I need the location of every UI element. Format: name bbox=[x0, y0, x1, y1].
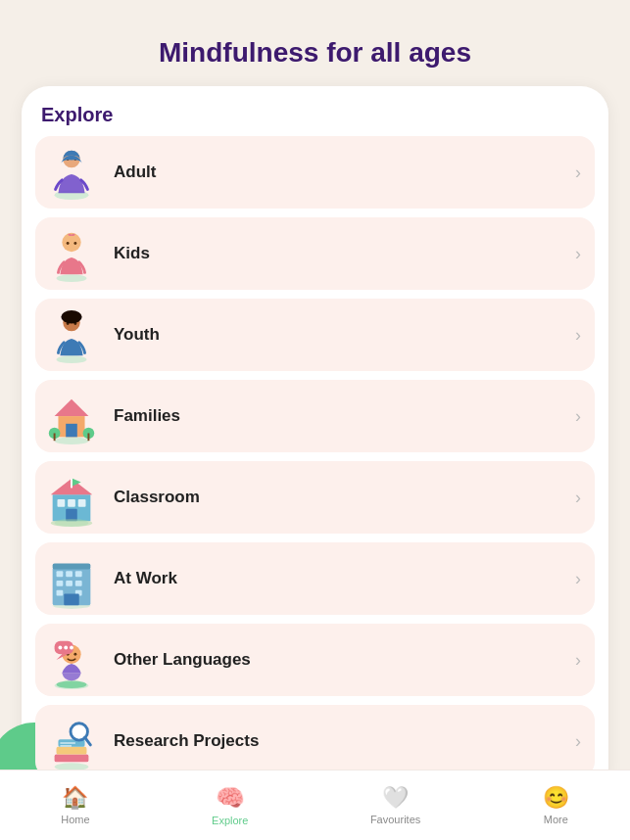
svg-marker-14 bbox=[55, 399, 89, 416]
youth-chevron: › bbox=[575, 325, 581, 346]
kids-chevron: › bbox=[575, 244, 581, 264]
svg-rect-18 bbox=[54, 433, 56, 441]
research-projects-chevron: › bbox=[575, 731, 581, 752]
svg-point-47 bbox=[73, 653, 76, 656]
nav-more-label: More bbox=[544, 814, 568, 825]
svg-point-12 bbox=[61, 310, 81, 324]
at-work-icon bbox=[41, 548, 102, 609]
svg-rect-33 bbox=[57, 571, 64, 577]
svg-rect-27 bbox=[68, 499, 75, 507]
nav-item-more[interactable]: 😊 More bbox=[543, 785, 569, 825]
svg-point-4 bbox=[57, 274, 87, 282]
svg-rect-55 bbox=[57, 747, 87, 755]
nav-item-explore[interactable]: 🧠 Explore bbox=[212, 784, 248, 826]
youth-icon bbox=[41, 304, 102, 365]
svg-rect-28 bbox=[78, 499, 86, 507]
nav-item-favourites[interactable]: 🤍 Favourites bbox=[370, 785, 420, 825]
list-item-at-work[interactable]: At Work › bbox=[35, 542, 595, 615]
svg-rect-42 bbox=[53, 564, 91, 570]
adult-label: Adult bbox=[114, 163, 567, 182]
svg-rect-39 bbox=[57, 590, 64, 596]
svg-rect-36 bbox=[57, 581, 64, 586]
explore-label: Explore bbox=[41, 104, 595, 126]
svg-point-6 bbox=[67, 242, 70, 245]
research-projects-label: Research Projects bbox=[114, 731, 567, 751]
svg-point-44 bbox=[57, 680, 87, 688]
youth-label: Youth bbox=[114, 325, 567, 345]
nav-item-home[interactable]: 🏠 Home bbox=[61, 785, 89, 825]
page-title: Mindfulness for all ages bbox=[0, 0, 630, 86]
kids-icon bbox=[41, 223, 102, 284]
classroom-label: Classroom bbox=[114, 488, 567, 507]
families-chevron: › bbox=[575, 406, 581, 427]
at-work-chevron: › bbox=[575, 569, 581, 589]
svg-rect-54 bbox=[55, 755, 89, 763]
other-languages-icon bbox=[41, 630, 102, 690]
list-item-adult[interactable]: Adult › bbox=[35, 136, 595, 209]
list-item-families[interactable]: Families › bbox=[35, 380, 595, 452]
list-item-youth[interactable]: Youth › bbox=[35, 299, 595, 371]
research-projects-icon bbox=[41, 711, 102, 771]
svg-rect-37 bbox=[66, 581, 73, 586]
svg-rect-38 bbox=[75, 581, 82, 586]
favourites-icon: 🤍 bbox=[382, 785, 409, 811]
svg-point-13 bbox=[55, 437, 89, 444]
adult-icon bbox=[41, 142, 102, 203]
families-icon bbox=[41, 386, 102, 446]
explore-card: Explore Adult › bbox=[22, 86, 608, 796]
list-item-classroom[interactable]: Classroom › bbox=[35, 461, 595, 534]
svg-line-58 bbox=[85, 737, 91, 745]
classroom-icon bbox=[41, 467, 102, 528]
explore-icon: 🧠 bbox=[216, 784, 245, 812]
svg-point-49 bbox=[58, 646, 62, 650]
kids-label: Kids bbox=[114, 244, 567, 263]
nav-home-label: Home bbox=[61, 814, 89, 825]
adult-chevron: › bbox=[575, 163, 581, 183]
more-icon: 😊 bbox=[543, 785, 569, 811]
classroom-chevron: › bbox=[575, 488, 581, 508]
svg-rect-41 bbox=[64, 594, 78, 606]
svg-point-7 bbox=[73, 242, 76, 245]
home-icon: 🏠 bbox=[62, 785, 88, 811]
list-item-other-languages[interactable]: Other Languages › bbox=[35, 624, 595, 696]
svg-rect-16 bbox=[66, 424, 77, 438]
svg-point-30 bbox=[51, 519, 93, 527]
other-languages-chevron: › bbox=[575, 650, 581, 671]
list-item-kids[interactable]: Kids › bbox=[35, 217, 595, 290]
nav-favourites-label: Favourites bbox=[370, 814, 420, 825]
bottom-nav: 🏠 Home 🧠 Explore 🤍 Favourites 😊 More bbox=[0, 770, 630, 840]
svg-rect-26 bbox=[58, 499, 66, 507]
list-item-research-projects[interactable]: Research Projects › bbox=[35, 705, 595, 777]
families-label: Families bbox=[114, 406, 567, 426]
svg-rect-24 bbox=[71, 479, 73, 489]
svg-point-8 bbox=[57, 355, 87, 363]
nav-explore-label: Explore bbox=[212, 815, 248, 826]
at-work-label: At Work bbox=[114, 569, 567, 588]
svg-point-50 bbox=[64, 646, 68, 650]
svg-rect-34 bbox=[66, 571, 73, 577]
svg-point-51 bbox=[70, 646, 73, 650]
svg-rect-20 bbox=[87, 433, 89, 441]
other-languages-label: Other Languages bbox=[114, 650, 567, 670]
svg-rect-35 bbox=[75, 571, 82, 577]
